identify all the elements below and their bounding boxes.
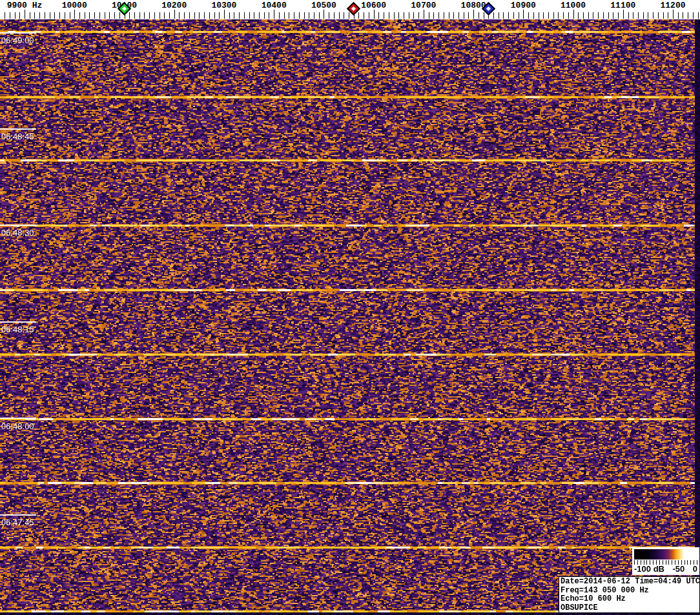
freq-tick <box>398 12 399 19</box>
freq-tick <box>413 12 414 19</box>
freq-tick <box>473 10 474 19</box>
freq-tick <box>533 12 534 19</box>
freq-tick <box>299 12 300 19</box>
info-line-date: Date=2014-06-12 Time=04:49 UTC <box>561 578 699 587</box>
freq-tick <box>688 12 688 19</box>
freq-tick-label: 10300 <box>211 1 236 10</box>
freq-tick <box>244 12 245 19</box>
freq-tick <box>623 10 624 19</box>
freq-tick <box>74 10 75 19</box>
freq-tick <box>608 12 609 19</box>
freq-tick <box>468 12 469 19</box>
freq-tick <box>418 12 419 19</box>
freq-tick <box>149 12 150 19</box>
freq-tick <box>109 12 110 19</box>
freq-tick <box>663 12 664 19</box>
freq-tick <box>59 12 60 19</box>
freq-tick <box>189 12 190 19</box>
freq-tick <box>618 12 619 19</box>
freq-tick <box>344 12 344 19</box>
freq-tick-label: 11100 <box>610 1 635 10</box>
colorbar-tick <box>668 560 669 565</box>
freq-tick <box>214 12 215 19</box>
freq-tick <box>479 12 479 19</box>
freq-tick <box>449 12 449 19</box>
colorbar-tick <box>690 560 691 565</box>
freq-tick <box>89 12 90 19</box>
freq-tick <box>519 12 519 19</box>
freq-tick <box>5 12 5 19</box>
marker-center-dot <box>486 6 491 11</box>
freq-tick <box>464 12 464 19</box>
freq-tick <box>593 12 593 19</box>
freq-tick-label: 10700 <box>411 1 436 10</box>
freq-tick <box>160 12 160 19</box>
freq-tick <box>493 12 494 19</box>
freq-tick <box>364 12 364 19</box>
freq-tick-label: 10600 <box>361 1 386 10</box>
freq-tick <box>30 12 30 19</box>
freq-tick <box>433 12 434 19</box>
freq-tick <box>179 12 180 19</box>
freq-tick <box>484 12 484 19</box>
waterfall-display: -100 dB -50 0 Date=2014-06-12 Time=04:49… <box>0 19 700 615</box>
freq-tick <box>378 12 379 19</box>
freq-tick <box>119 12 120 19</box>
freq-tick <box>105 12 105 19</box>
freq-tick <box>588 12 589 19</box>
freq-tick <box>294 12 294 19</box>
freq-tick <box>314 12 314 19</box>
colorbar-gradient <box>634 549 697 560</box>
freq-tick <box>339 12 340 19</box>
freq-tick <box>269 12 269 19</box>
time-label: 06:48:45 <box>1 132 34 141</box>
freq-tick <box>444 12 444 19</box>
freq-tick <box>568 12 569 19</box>
freq-tick <box>34 12 35 19</box>
freq-tick <box>394 12 395 19</box>
freq-tick <box>309 12 309 19</box>
time-label: 06:47:45 <box>1 518 34 527</box>
freq-tick-label: 10900 <box>511 1 536 10</box>
freq-tick-label: 10400 <box>262 1 287 10</box>
freq-tick <box>553 12 554 19</box>
freq-tick <box>15 12 15 19</box>
freq-tick <box>673 10 674 19</box>
freq-tick <box>239 12 240 19</box>
freq-tick <box>349 12 349 19</box>
freq-tick <box>19 12 20 19</box>
freq-tick <box>94 12 95 19</box>
colorbar-labels: -100 dB -50 0 <box>634 565 697 574</box>
freq-tick <box>174 10 175 19</box>
freq-tick <box>678 12 679 19</box>
freq-tick-label: 10200 <box>161 1 187 10</box>
freq-tick <box>234 12 234 19</box>
freq-tick <box>409 12 409 19</box>
freq-tick <box>424 10 424 19</box>
freq-tick <box>503 12 504 19</box>
colorbar-tick <box>666 560 666 565</box>
frequency-ruler: 9900 Hz100001010010200103001040010500106… <box>0 0 700 19</box>
spectrogram-app-window: 9900 Hz100001010010200103001040010500106… <box>0 0 700 615</box>
freq-tick <box>249 12 250 19</box>
freq-tick <box>633 12 633 19</box>
freq-tick <box>513 12 514 19</box>
time-label: 06:48:30 <box>1 228 34 237</box>
freq-tick <box>204 12 205 19</box>
freq-tick <box>638 12 639 19</box>
freq-tick <box>304 12 305 19</box>
freq-tick <box>578 12 579 19</box>
freq-tick <box>209 12 210 19</box>
freq-tick <box>144 12 145 19</box>
freq-tick-label: 10000 <box>62 1 87 10</box>
freq-tick <box>404 12 404 19</box>
info-line-echo: Echo=10 600 Hz <box>561 595 699 604</box>
freq-tick <box>539 12 539 19</box>
freq-tick <box>114 12 115 19</box>
freq-tick <box>134 12 135 19</box>
freq-tick <box>573 10 574 19</box>
freq-tick <box>548 12 549 19</box>
freq-tick <box>194 12 195 19</box>
freq-tick <box>85 12 85 19</box>
freq-tick <box>219 12 220 19</box>
